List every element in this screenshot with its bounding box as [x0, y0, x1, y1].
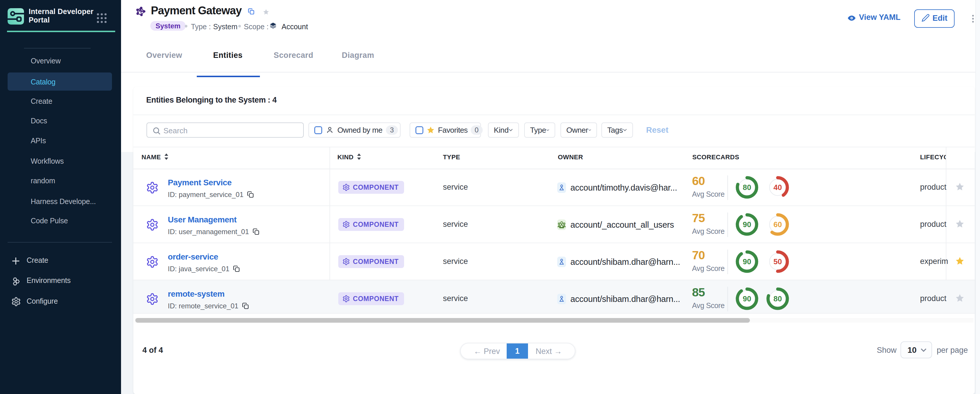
svg-text:90: 90	[743, 294, 751, 303]
svg-text:80: 80	[773, 294, 782, 303]
svg-text:60: 60	[773, 220, 782, 229]
svg-text:80: 80	[743, 183, 751, 192]
svg-text:90: 90	[743, 220, 751, 229]
svg-text:90: 90	[743, 257, 751, 266]
svg-text:50: 50	[773, 257, 782, 266]
svg-text:40: 40	[773, 183, 782, 192]
